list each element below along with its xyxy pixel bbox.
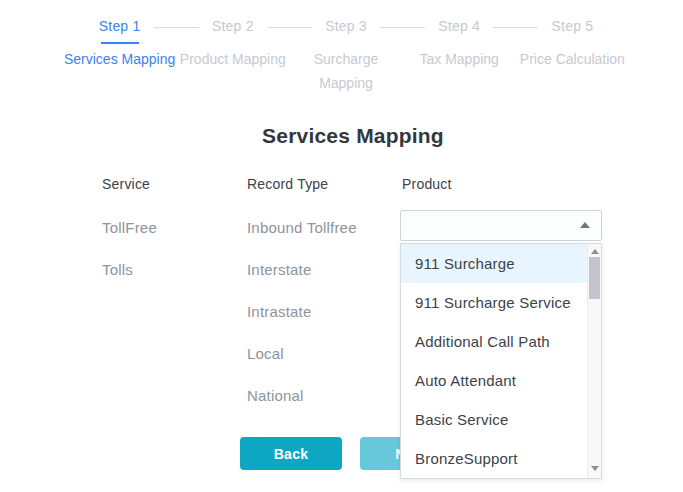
- step-4-title: Tax Mapping: [403, 47, 516, 71]
- step-5-title: Price Calculation: [516, 47, 629, 71]
- column-header-record-type: Record Type: [247, 176, 328, 192]
- record-type-cell: Local: [247, 345, 284, 362]
- product-dropdown-list: 911 Surcharge 911 Surcharge Service Addi…: [400, 243, 602, 479]
- record-type-cell: Inbound Tollfree: [247, 219, 357, 236]
- step-4-label: Step 4: [403, 18, 516, 35]
- dropdown-scrollbar[interactable]: [587, 244, 601, 478]
- page-title: Services Mapping: [70, 124, 636, 148]
- column-header-service: Service: [102, 176, 150, 192]
- step-1-label: Step 1: [63, 18, 176, 35]
- active-step-underline: [101, 42, 139, 44]
- dropdown-option-basic-service[interactable]: Basic Service: [401, 400, 601, 439]
- step-2[interactable]: Step 2 Product Mapping: [176, 18, 289, 95]
- dropdown-option-bronzesupport[interactable]: BronzeSupport: [401, 439, 601, 478]
- service-cell: Tolls: [102, 261, 133, 278]
- service-cell: TollFree: [102, 219, 157, 236]
- record-type-cell: Interstate: [247, 261, 312, 278]
- step-5-label: Step 5: [516, 18, 629, 35]
- scroll-up-icon[interactable]: [591, 249, 599, 254]
- wizard-stepper: Step 1 Services Mapping Step 2 Product M…: [63, 18, 629, 95]
- back-button[interactable]: Back: [240, 437, 342, 470]
- step-5[interactable]: Step 5 Price Calculation: [516, 18, 629, 95]
- record-type-cell: National: [247, 387, 304, 404]
- column-header-product: Product: [402, 176, 452, 192]
- step-1[interactable]: Step 1 Services Mapping: [63, 18, 176, 95]
- dropdown-option-911-surcharge-service[interactable]: 911 Surcharge Service: [401, 283, 601, 322]
- step-3-label: Step 3: [289, 18, 402, 35]
- scroll-down-icon[interactable]: [591, 466, 599, 471]
- dropdown-option-additional-call-path[interactable]: Additional Call Path: [401, 322, 601, 361]
- step-3[interactable]: Step 3 Surcharge Mapping: [289, 18, 402, 95]
- product-dropdown: 911 Surcharge 911 Surcharge Service Addi…: [400, 210, 602, 479]
- dropdown-option-911-surcharge[interactable]: 911 Surcharge: [401, 244, 601, 283]
- step-4[interactable]: Step 4 Tax Mapping: [403, 18, 516, 95]
- scrollbar-thumb[interactable]: [589, 257, 600, 299]
- step-1-title: Services Mapping: [63, 47, 176, 71]
- step-2-title: Product Mapping: [176, 47, 289, 71]
- step-2-label: Step 2: [176, 18, 289, 35]
- dropdown-option-auto-attendant[interactable]: Auto Attendant: [401, 361, 601, 400]
- caret-up-icon: [580, 222, 590, 228]
- product-dropdown-input[interactable]: [400, 210, 602, 241]
- record-type-cell: Intrastate: [247, 303, 312, 320]
- step-3-title: Surcharge Mapping: [303, 47, 389, 95]
